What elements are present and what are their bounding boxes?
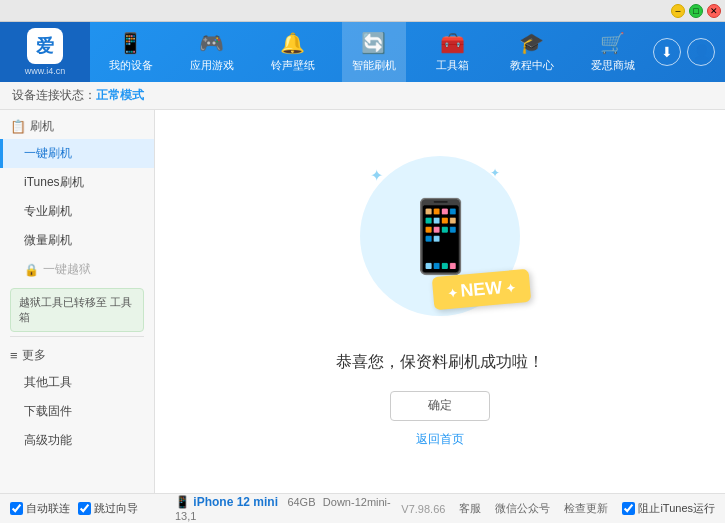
nav-tutorials[interactable]: 🎓 教程中心 — [500, 22, 564, 82]
my-device-label: 我的设备 — [109, 58, 153, 73]
title-bar: – □ ✕ — [0, 0, 725, 22]
phone-circle: ✦ ✦ 📱 NEW — [360, 156, 520, 316]
stop-itunes-label[interactable]: 阻止iTunes运行 — [622, 501, 715, 516]
nav-toolbox[interactable]: 🧰 工具箱 — [423, 22, 483, 82]
sidebar-divider — [10, 336, 144, 337]
skip-wizard-checkbox[interactable] — [78, 502, 91, 515]
user-button[interactable]: 👤 — [687, 38, 715, 66]
sidebar-section-more: ≡ 更多 — [0, 341, 154, 368]
sidebar-item-download-firmware[interactable]: 下载固件 — [0, 397, 154, 426]
smart-flash-label: 智能刷机 — [352, 58, 396, 73]
sidebar: 📋 刷机 一键刷机 iTunes刷机 专业刷机 微量刷机 🔒 一键越狱 越狱工具… — [0, 110, 155, 493]
store-icon: 🛒 — [600, 31, 625, 55]
confirm-button[interactable]: 确定 — [390, 391, 490, 421]
logo-icon: 爱 — [27, 28, 63, 64]
wechat-link[interactable]: 微信公众号 — [495, 501, 550, 516]
main-area: 📋 刷机 一键刷机 iTunes刷机 专业刷机 微量刷机 🔒 一键越狱 越狱工具… — [0, 110, 725, 493]
header-right: ⬇ 👤 — [653, 38, 725, 66]
nav-apps-games[interactable]: 🎮 应用游戏 — [180, 22, 244, 82]
sidebar-item-other-tools[interactable]: 其他工具 — [0, 368, 154, 397]
sidebar-item-jailbreak: 🔒 一键越狱 — [0, 255, 154, 284]
status-value: 正常模式 — [96, 87, 144, 104]
download-button[interactable]: ⬇ — [653, 38, 681, 66]
apps-games-label: 应用游戏 — [190, 58, 234, 73]
device-name: iPhone 12 mini — [193, 495, 278, 509]
auto-connect-checkbox[interactable] — [10, 502, 23, 515]
ringtones-label: 铃声壁纸 — [271, 58, 315, 73]
sidebar-section-flash-label: 刷机 — [30, 118, 54, 135]
header: 爱 www.i4.cn 📱 我的设备 🎮 应用游戏 🔔 铃声壁纸 🔄 智能刷机 … — [0, 22, 725, 82]
status-label: 设备连接状态： — [12, 87, 96, 104]
sidebar-item-pro-flash[interactable]: 专业刷机 — [0, 197, 154, 226]
sidebar-section-flash: 📋 刷机 — [0, 110, 154, 139]
sidebar-info-box: 越狱工具已转移至 工具箱 — [10, 288, 144, 332]
auto-connect-checkbox-label[interactable]: 自动联连 — [10, 501, 70, 516]
flash-section-icon: 📋 — [10, 119, 26, 134]
support-link[interactable]: 客服 — [459, 501, 481, 516]
toolbox-icon: 🧰 — [440, 31, 465, 55]
sparkles-right: ✦ — [490, 166, 500, 180]
sidebar-item-one-click-flash[interactable]: 一键刷机 — [0, 139, 154, 168]
apps-games-icon: 🎮 — [199, 31, 224, 55]
nav-smart-flash[interactable]: 🔄 智能刷机 — [342, 22, 406, 82]
bottom-left: 自动联连 跳过向导 — [10, 501, 165, 516]
logo[interactable]: 爱 www.i4.cn — [0, 22, 90, 82]
close-button[interactable]: ✕ — [707, 4, 721, 18]
bottom-right: V7.98.66 客服 微信公众号 检查更新 阻止iTunes运行 — [401, 501, 715, 516]
auto-connect-label: 自动联连 — [26, 501, 70, 516]
logo-url: www.i4.cn — [25, 66, 66, 76]
nav-store[interactable]: 🛒 爱思商城 — [581, 22, 645, 82]
nav-ringtones[interactable]: 🔔 铃声壁纸 — [261, 22, 325, 82]
phone-icon: 📱 — [397, 195, 484, 277]
my-device-icon: 📱 — [118, 31, 143, 55]
device-icon: 📱 — [175, 495, 193, 509]
tutorials-label: 教程中心 — [510, 58, 554, 73]
stop-itunes-text: 阻止iTunes运行 — [638, 501, 715, 516]
toolbox-label: 工具箱 — [436, 58, 469, 73]
lock-icon: 🔒 — [24, 263, 39, 277]
more-section-icon: ≡ — [10, 348, 18, 363]
tutorials-icon: 🎓 — [519, 31, 544, 55]
smart-flash-icon: 🔄 — [361, 31, 386, 55]
version-label: V7.98.66 — [401, 503, 445, 515]
sparkles-left: ✦ — [370, 166, 383, 185]
skip-wizard-checkbox-label[interactable]: 跳过向导 — [78, 501, 138, 516]
sidebar-section-more-label: 更多 — [22, 347, 46, 364]
sidebar-item-micro-flash[interactable]: 微量刷机 — [0, 226, 154, 255]
device-storage: 64GB — [287, 496, 315, 508]
sidebar-item-itunes-flash[interactable]: iTunes刷机 — [0, 168, 154, 197]
sidebar-item-advanced[interactable]: 高级功能 — [0, 426, 154, 455]
success-illustration: ✦ ✦ 📱 NEW — [360, 156, 520, 332]
content-area: ✦ ✦ 📱 NEW 恭喜您，保资料刷机成功啦！ 确定 返回首页 — [155, 110, 725, 493]
store-label: 爱思商城 — [591, 58, 635, 73]
nav-bar: 📱 我的设备 🎮 应用游戏 🔔 铃声壁纸 🔄 智能刷机 🧰 工具箱 🎓 教程中心… — [90, 22, 653, 82]
success-message: 恭喜您，保资料刷机成功啦！ — [336, 352, 544, 373]
update-link[interactable]: 检查更新 — [564, 501, 608, 516]
back-link[interactable]: 返回首页 — [416, 431, 464, 448]
stop-itunes-checkbox[interactable] — [622, 502, 635, 515]
nav-my-device[interactable]: 📱 我的设备 — [99, 22, 163, 82]
minimize-button[interactable]: – — [671, 4, 685, 18]
maximize-button[interactable]: □ — [689, 4, 703, 18]
bottom-bar: 自动联连 跳过向导 📱 iPhone 12 mini 64GB Down-12m… — [0, 493, 725, 523]
skip-wizard-label: 跳过向导 — [94, 501, 138, 516]
ringtones-icon: 🔔 — [280, 31, 305, 55]
sidebar-wrapper: 📋 刷机 一键刷机 iTunes刷机 专业刷机 微量刷机 🔒 一键越狱 越狱工具… — [0, 110, 155, 493]
status-bar: 设备连接状态： 正常模式 — [0, 82, 725, 110]
device-info: 📱 iPhone 12 mini 64GB Down-12mini-13,1 — [165, 495, 401, 523]
